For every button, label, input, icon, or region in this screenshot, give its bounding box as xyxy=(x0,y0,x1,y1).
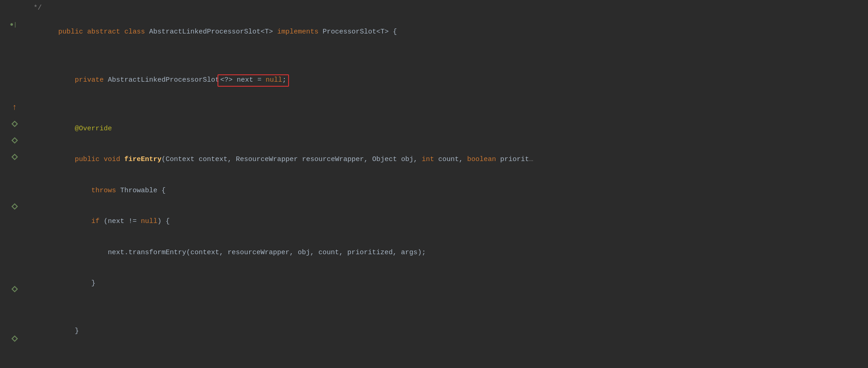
diamond-icon-6 xyxy=(11,335,18,342)
code-line-3 xyxy=(25,48,868,64)
gutter-row-18 xyxy=(0,281,21,297)
arrow-up-icon: ↑ xyxy=(12,103,17,112)
kw-null: null xyxy=(266,76,282,84)
code-token-13-1: } xyxy=(25,316,79,347)
gutter-row-7: ↑ xyxy=(0,99,21,116)
diamond-icon-2 xyxy=(11,137,18,144)
code-line-1: */ xyxy=(25,0,868,17)
cls-processorslot: ProcessorSlot xyxy=(323,28,376,36)
gutter-row-16 xyxy=(0,248,21,264)
code-line-5 xyxy=(25,97,868,113)
cls-resourcewrapper: ResourceWrapper xyxy=(236,156,298,163)
code-token-6-1: @Override xyxy=(25,113,112,145)
gutter-row-3 xyxy=(0,33,21,50)
code-token-1-1: */ xyxy=(25,3,42,14)
code-token-15-1 xyxy=(25,366,29,368)
param-obj: obj, xyxy=(397,156,422,163)
bookmark-icon: ●| xyxy=(10,20,17,29)
op-wildcard: <?> next = xyxy=(220,76,266,84)
code-line-7: public void fireEntry(Context context, R… xyxy=(25,145,868,176)
gutter-row-11 xyxy=(0,165,21,182)
kw-private: private xyxy=(75,76,108,84)
code-line-4: private AbstractLinkedProcessorSlot<?> n… xyxy=(25,64,868,97)
code-token-2-1: public abstract class AbstractLinkedProc… xyxy=(25,17,397,48)
gutter-row-19 xyxy=(0,297,21,314)
gutter: ●| ↑ xyxy=(0,0,21,368)
gutter-row-2: ●| xyxy=(0,17,21,33)
gutter-row-14 xyxy=(0,215,21,231)
ann-override: @Override xyxy=(75,125,112,133)
code-line-10: next.transformEntry(context, resourceWra… xyxy=(25,237,868,268)
diamond-icon-4 xyxy=(11,203,18,210)
code-token-10-1: next.transformEntry(context, resourceWra… xyxy=(25,237,426,268)
diamond-icon-3 xyxy=(11,154,18,160)
gutter-row-10 xyxy=(0,149,21,165)
gutter-row-13 xyxy=(0,198,21,215)
kw-void-7: void xyxy=(104,156,124,163)
gutter-row-12 xyxy=(0,182,21,198)
code-token-11-1: } xyxy=(25,268,95,300)
param-count: count, xyxy=(438,156,467,163)
diamond-icon-5 xyxy=(11,286,18,292)
cls-object: Object xyxy=(372,156,397,163)
gutter-row-5 xyxy=(0,66,21,83)
cls-abstractlinked2: AbstractLinkedProcessorSlot xyxy=(108,76,219,84)
op-paren-7: ( xyxy=(161,156,166,163)
op-generic-t: <T> xyxy=(261,28,277,36)
cls-context: Context xyxy=(166,156,195,163)
code-token-9-1: if (next != null) { xyxy=(25,206,170,238)
code-token-4-1: private AbstractLinkedProcessorSlot<?> n… xyxy=(25,64,287,97)
fn-fireentry: fireEntry xyxy=(124,156,161,163)
param-rw: resourceWrapper, xyxy=(298,156,372,163)
kw-implements: implements xyxy=(277,28,323,36)
kw-int-7: int xyxy=(422,156,438,163)
method-next-transform: next.transformEntry(context, resourceWra… xyxy=(108,249,426,256)
param-context: context, xyxy=(195,156,236,163)
ellipsis-7: … xyxy=(529,156,533,163)
code-token-5-1 xyxy=(25,100,29,111)
code-line-12 xyxy=(25,299,868,316)
gutter-row-1 xyxy=(0,0,21,17)
gutter-row-6 xyxy=(0,83,21,99)
op-paren-9: (next != xyxy=(104,217,141,225)
code-token-12-1 xyxy=(25,302,29,313)
kw-public-2: public xyxy=(58,28,87,36)
code-line-15 xyxy=(25,363,868,368)
op-generic-t2: <T> { xyxy=(376,28,397,36)
code-token-8-1: throws Throwable { xyxy=(25,175,166,206)
code-line-6: @Override xyxy=(25,113,868,145)
kw-class: class xyxy=(124,28,149,36)
kw-boolean-7: boolean xyxy=(467,156,500,163)
cls-throwable-1: Throwable { xyxy=(120,187,166,195)
kw-public-7: public xyxy=(75,156,104,163)
editor-container: ●| ↑ xyxy=(0,0,868,368)
op-semicolon: ; xyxy=(282,76,286,84)
cls-abstractlinked: AbstractLinkedProcessorSlot xyxy=(149,28,261,36)
code-line-8: throws Throwable { xyxy=(25,175,868,206)
gutter-row-17 xyxy=(0,264,21,281)
gutter-row-20 xyxy=(0,314,21,330)
code-token-7-1: public void fireEntry(Context context, R… xyxy=(25,145,533,176)
param-priorit: priorit xyxy=(500,156,529,163)
gutter-row-8 xyxy=(0,116,21,132)
code-line-9: if (next != null) { xyxy=(25,206,868,238)
gutter-row-4 xyxy=(0,50,21,66)
code-line-13: } xyxy=(25,316,868,347)
op-close-9: ) { xyxy=(157,217,170,225)
kw-null-9: null xyxy=(141,217,157,225)
diamond-icon-1 xyxy=(11,121,18,127)
code-line-2: public abstract class AbstractLinkedProc… xyxy=(25,17,868,48)
code-line-11: } xyxy=(25,268,868,300)
kw-abstract: abstract xyxy=(87,28,124,36)
code-area: */ public abstract class AbstractLinkedP… xyxy=(21,0,868,368)
code-line-14 xyxy=(25,347,868,363)
gutter-row-21 xyxy=(0,330,21,347)
kw-throws-1: throws xyxy=(91,187,120,195)
kw-if: if xyxy=(91,217,104,225)
gutter-row-15 xyxy=(0,231,21,248)
gutter-row-9 xyxy=(0,132,21,149)
code-token-3-1 xyxy=(25,50,29,61)
code-token-14-1 xyxy=(25,350,29,360)
highlight-next-null: <?> next = null; xyxy=(217,74,289,87)
